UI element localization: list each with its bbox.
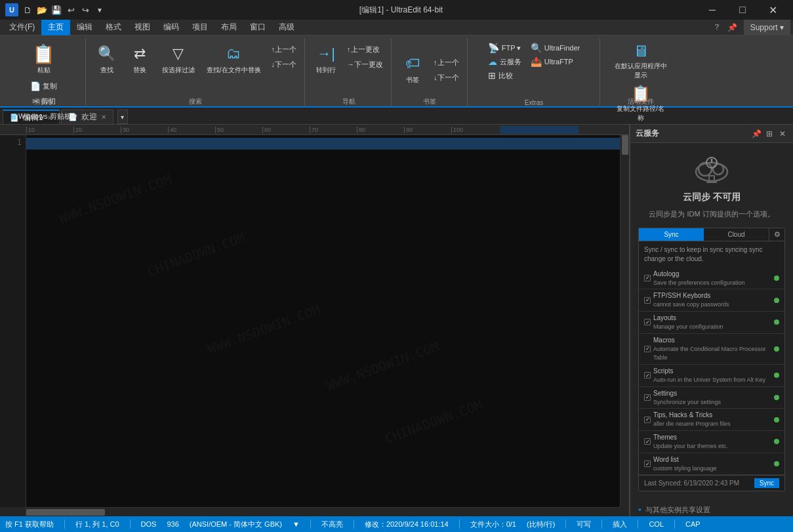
menu-view[interactable]: 视图 [128, 20, 157, 35]
ruler-mark-60: 60 [262, 127, 310, 133]
next-change-label: ↓下一个 [272, 60, 297, 70]
show-in-app-button[interactable]: 🖥 在默认应用程序中显示 [612, 41, 670, 81]
vertical-scrollbar-thumb[interactable] [622, 135, 628, 155]
menu-home[interactable]: 主页 [41, 20, 70, 35]
cloud-tab-gear[interactable]: ⚙ [769, 228, 784, 241]
cloud-big-icon [692, 153, 731, 186]
bookmark-button[interactable]: 🏷 书签 [398, 51, 427, 87]
check-8[interactable]: ✓ [644, 438, 651, 445]
status-encoding-num: 936 [167, 520, 178, 528]
sync-button[interactable]: Sync [754, 478, 779, 488]
prev-nav-label: ↑上一更改 [347, 45, 380, 54]
cloud-tab-cloud[interactable]: Cloud [704, 228, 769, 241]
row-label-5: ScriptsAuto-run in the Univer System fro… [651, 367, 774, 384]
next-bookmark-button[interactable]: ↓下一个 [431, 72, 462, 84]
replace-button[interactable]: ⇄ 替换 [125, 41, 154, 77]
cloud-row-7: ✓ Tips, Hacks & Tricksaller die neuere P… [639, 409, 784, 431]
status-dos: DOS [141, 520, 157, 528]
undo-icon[interactable]: ↩ [66, 5, 76, 15]
ftp-label: FTP ▾ [502, 44, 521, 52]
check-9[interactable]: ✓ [644, 460, 651, 467]
ultraftp-button[interactable]: 📤 UltraFTP [529, 56, 582, 68]
tab-welcome-close[interactable]: ✕ [101, 113, 106, 121]
menu-format[interactable]: 格式 [99, 20, 128, 35]
prev-bookmark-label: ↑上一个 [434, 58, 459, 68]
close-button[interactable]: ✕ [758, 0, 788, 20]
menu-support[interactable]: Support ▾ [744, 20, 790, 35]
menu-encode[interactable]: 编码 [157, 20, 186, 35]
find-button[interactable]: 🔍 查找 [92, 41, 121, 77]
menu-window[interactable]: 窗口 [243, 20, 272, 35]
check-3[interactable]: ✓ [644, 319, 651, 325]
sep-2 [130, 520, 131, 529]
dot-8 [774, 439, 779, 444]
filter-button[interactable]: ▽ 按选择过滤 [158, 41, 199, 77]
ruler-mark-80: 80 [357, 127, 404, 133]
editor-content[interactable]: WWW.NSDOWIN.COM WWW.NSDOWIN.COM CHINADOW… [26, 135, 620, 507]
ribbon-group-clipboard: 📋 粘贴 📄 复制 ✂ 剪切 ▦ Windows 剪贴板 ▾ [3, 38, 86, 108]
show-in-app-label: 在默认应用程序中显示 [615, 62, 667, 80]
horizontal-scrollbar[interactable] [26, 507, 620, 516]
menu-advanced[interactable]: 高级 [272, 20, 301, 35]
minimize-button[interactable]: ─ [697, 0, 727, 20]
vertical-scrollbar[interactable] [620, 135, 629, 507]
editor-body[interactable]: 1 WWW.NSDOWIN.COM WWW.NSDOWIN.COM CHINAD… [0, 135, 620, 507]
row-label-4: MacrosAutomate the Conditional Macro Pro… [651, 336, 774, 362]
feature-1: • 与其他实例共享设置 [638, 502, 785, 516]
next-nav-button[interactable]: →下一更改 [344, 58, 386, 71]
new-icon[interactable]: 🗋 [22, 5, 33, 15]
redo-icon[interactable]: ↪ [80, 5, 91, 15]
ultrafinder-button[interactable]: 🔍 UltraFinder [529, 42, 582, 54]
ruler-marks: 10 20 30 40 50 60 70 80 90 100 [26, 127, 498, 133]
ribbon-group-activefile: 🖥 在默认应用程序中显示 📋 复制文件路径/名称 活动文件 [601, 38, 680, 108]
prev-bookmark-button[interactable]: ↑上一个 [431, 56, 462, 69]
open-icon[interactable]: 📂 [37, 5, 47, 15]
check-2[interactable]: ✓ [644, 297, 651, 304]
save-icon[interactable]: 💾 [51, 5, 62, 15]
findinfiles-label: 查找/在文件中替换 [207, 66, 261, 75]
maximize-button[interactable]: □ [727, 0, 758, 20]
bullet-1: • [638, 504, 641, 515]
findinfiles-button[interactable]: 🗂 查找/在文件中替换 [203, 41, 265, 77]
goto-button[interactable]: →| 转到行 [312, 41, 340, 77]
filter-label: 按选择过滤 [162, 66, 195, 75]
editor-inner: 1 WWW.NSDOWIN.COM WWW.NSDOWIN.COM CHINAD… [0, 135, 620, 507]
menu-file[interactable]: 文件(F) [3, 20, 41, 35]
prev-nav-button[interactable]: ↑上一更改 [344, 43, 386, 56]
title-text: [编辑1] - UltraEdit 64-bit [105, 5, 697, 16]
status-readonly: 可写 [577, 520, 591, 529]
paste-button[interactable]: 📋 粘贴 [30, 41, 58, 77]
content-area: 10 20 30 40 50 60 70 80 90 100 [0, 125, 793, 516]
check-5[interactable]: ✓ [644, 372, 651, 379]
panel-pin-icon[interactable]: 📌 [751, 129, 762, 139]
ribbon-activefile-buttons: 🖥 在默认应用程序中显示 📋 复制文件路径/名称 [612, 38, 670, 124]
cloud-mini-description: Sync / sync to keep in sync syncing sync… [639, 241, 784, 268]
clipboard-button[interactable]: ▦ Windows 剪贴板 ▾ [8, 110, 80, 123]
feature-label-1: 与其他实例共享设置 [645, 505, 710, 515]
check-6[interactable]: ✓ [644, 394, 651, 401]
next-change-button[interactable]: ↓下一个 [269, 58, 300, 71]
compare-button[interactable]: ⊞ 比较 [486, 70, 523, 81]
check-7[interactable]: ✓ [644, 417, 651, 423]
menu-project[interactable]: 项目 [186, 20, 214, 35]
ribbon-group-extras: 📡 FTP ▾ ☁ 云服务 ⊞ 比较 [469, 38, 600, 108]
cloud-tab-sync[interactable]: Sync [639, 228, 704, 241]
cloud-row-1: ✓ AutologgSave the preferences configura… [639, 268, 784, 290]
menu-layout[interactable]: 布局 [214, 20, 243, 35]
replace-icon: ⇄ [129, 43, 150, 64]
panel-close-icon[interactable]: ✕ [777, 129, 788, 139]
check-1[interactable]: ✓ [644, 275, 651, 281]
encoding-dropdown[interactable]: ▼ [293, 520, 300, 528]
copy-button[interactable]: 📄 复制 [28, 80, 60, 92]
ruler-mark-100: 100 [451, 127, 498, 133]
cloud-button[interactable]: ☁ 云服务 [486, 56, 523, 68]
menu-edit[interactable]: 编辑 [70, 20, 99, 35]
panel-float-icon[interactable]: ⊞ [764, 129, 775, 139]
check-4[interactable]: ✓ [644, 346, 651, 352]
prev-change-button[interactable]: ↑上一个 [269, 43, 300, 56]
ftp-button[interactable]: 📡 FTP ▾ [486, 42, 523, 54]
horizontal-scrollbar-thumb[interactable] [26, 509, 105, 516]
tabs-dropdown[interactable]: ▾ [117, 110, 128, 124]
menubar: 文件(F) 主页 编辑 格式 视图 编码 项目 布局 窗口 高级 ？ 📌 Sup… [0, 20, 793, 35]
dropdown-icon[interactable]: ▼ [94, 5, 105, 15]
